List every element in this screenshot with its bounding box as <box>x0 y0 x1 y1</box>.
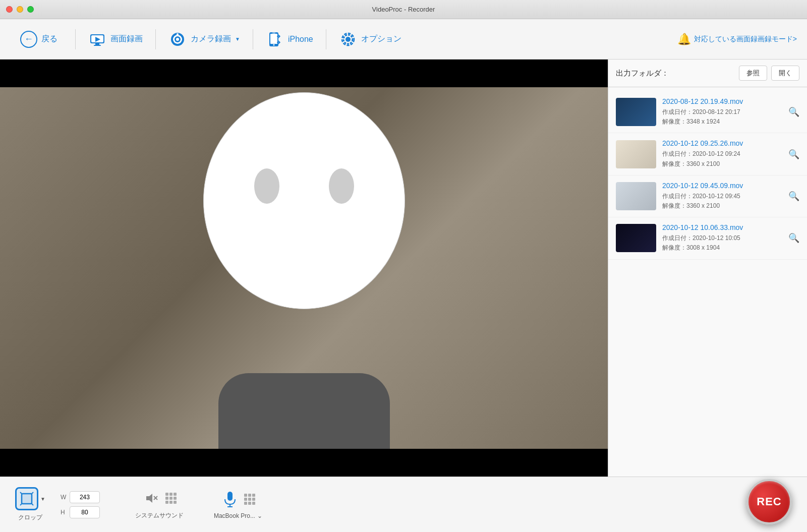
microphone-icon[interactable] <box>221 490 239 508</box>
crop-label: クロップ <box>18 513 42 522</box>
svg-point-14 <box>345 37 351 42</box>
back-circle-icon: ← <box>20 31 37 48</box>
camera-record-button[interactable]: カメラ録画 ▼ <box>158 25 250 53</box>
file-resolution-1: 解像度：3360 x 2100 <box>662 159 782 169</box>
file-list-item-1[interactable]: 2020-10-12 09.25.26.mov 作成日付：2020-10-12 … <box>608 133 807 175</box>
svg-point-12 <box>273 44 274 45</box>
iphone-icon <box>266 30 284 48</box>
height-label: H <box>61 509 67 516</box>
file-search-icon-2[interactable]: 🔍 <box>788 191 799 202</box>
system-sound-icons <box>142 489 177 507</box>
width-label: W <box>61 494 67 501</box>
camera-dropdown-icon[interactable]: ▼ <box>235 36 240 42</box>
file-search-icon-0[interactable]: 🔍 <box>788 106 799 117</box>
file-info-2: 2020-10-12 09.45.09.mov 作成日付：2020-10-12 … <box>662 182 782 211</box>
file-info-0: 2020-08-12 20.19.49.mov 作成日付：2020-08-12 … <box>662 97 782 127</box>
face-eye-left <box>254 168 279 204</box>
height-input[interactable] <box>70 506 100 518</box>
screen-record-icon <box>88 30 106 48</box>
file-name-3: 2020-10-12 10.06.33.mov <box>662 223 782 231</box>
microphone-device-label: MacBook Pro... <box>214 512 255 519</box>
sidebar: 出力フォルダ： 参照 開く 2020-08-12 20.19.49.mov 作成… <box>608 60 807 477</box>
file-search-icon-3[interactable]: 🔍 <box>788 232 799 244</box>
sidebar-header-buttons: 参照 開く <box>739 66 799 81</box>
record-button[interactable]: REC <box>746 479 792 524</box>
person-body <box>218 373 390 449</box>
microphone-icons <box>221 490 255 508</box>
file-date-1: 作成日付：2020-10-12 09:24 <box>662 149 782 159</box>
output-folder-label: 出力フォルダ： <box>616 69 669 78</box>
crop-dimensions: W H <box>61 491 100 518</box>
back-button[interactable]: ← 戻る <box>10 26 68 53</box>
options-label: オプション <box>361 34 401 44</box>
svg-rect-2 <box>95 43 99 45</box>
iphone-button[interactable]: iPhone <box>256 25 323 53</box>
svg-marker-22 <box>146 494 152 503</box>
mic-dropdown-icon[interactable]: ⌄ <box>257 512 262 519</box>
height-field-row: H <box>61 506 100 518</box>
camera-record-label: カメラ録画 <box>191 34 231 44</box>
svg-point-8 <box>176 38 179 41</box>
file-thumbnail-1 <box>616 140 656 168</box>
width-input[interactable] <box>70 491 100 503</box>
file-resolution-0: 解像度：3348 x 1924 <box>662 117 782 127</box>
file-info-3: 2020-10-12 10.06.33.mov 作成日付：2020-10-12 … <box>662 223 782 253</box>
open-button[interactable]: 開く <box>771 66 799 81</box>
crop-icon-wrapper: ▼ <box>15 487 45 510</box>
file-name-0: 2020-08-12 20.19.49.mov <box>662 97 782 105</box>
svg-line-18 <box>20 492 22 494</box>
svg-line-19 <box>32 492 33 494</box>
notification-area[interactable]: 🔔 対応している画面録画録モード> <box>677 33 797 46</box>
screen-record-label: 画面録画 <box>110 34 143 44</box>
crop-control[interactable]: ▼ クロップ <box>15 487 45 522</box>
system-sound-grid-icon[interactable] <box>165 493 177 504</box>
svg-line-20 <box>20 504 22 505</box>
file-search-icon-1[interactable]: 🔍 <box>788 149 799 160</box>
minimize-button[interactable] <box>17 6 23 13</box>
svg-rect-13 <box>272 33 275 33</box>
file-resolution-2: 解像度：3360 x 2100 <box>662 201 782 211</box>
file-list: 2020-08-12 20.19.49.mov 作成日付：2020-08-12 … <box>608 87 807 477</box>
sidebar-header: 出力フォルダ： 参照 開く <box>608 60 807 87</box>
mic-grid-icon[interactable] <box>244 494 255 505</box>
file-thumbnail-0 <box>616 98 656 126</box>
toolbar-separator-2 <box>155 29 156 49</box>
file-list-item-3[interactable]: 2020-10-12 10.06.33.mov 作成日付：2020-10-12 … <box>608 217 807 259</box>
notification-label: 対応している画面録画録モード> <box>694 35 797 44</box>
crop-dropdown-arrow[interactable]: ▼ <box>40 496 45 502</box>
options-gear-icon <box>339 30 357 48</box>
microphone-label-row: MacBook Pro... ⌄ <box>214 512 262 519</box>
file-date-2: 作成日付：2020-10-12 09:45 <box>662 192 782 201</box>
file-thumbnail-3 <box>616 224 656 252</box>
svg-rect-17 <box>22 494 32 504</box>
file-resolution-3: 解像度：3008 x 1904 <box>662 243 782 253</box>
svg-line-21 <box>32 504 33 505</box>
width-field-row: W <box>61 491 100 503</box>
bottom-bar: ▼ クロップ W H <box>0 477 807 532</box>
system-sound-section: システムサウンド <box>135 489 184 520</box>
preview-top-bar <box>0 60 608 87</box>
preview-area <box>0 60 608 477</box>
notification-bell-icon: 🔔 <box>677 33 691 46</box>
window-controls[interactable] <box>6 6 34 13</box>
file-list-item-0[interactable]: 2020-08-12 20.19.49.mov 作成日付：2020-08-12 … <box>608 91 807 133</box>
preview-content <box>0 87 608 449</box>
camera-record-icon <box>168 30 187 48</box>
microphone-section: MacBook Pro... ⌄ <box>214 490 262 519</box>
crop-icon[interactable] <box>15 487 38 510</box>
main-content: 出力フォルダ： 参照 開く 2020-08-12 20.19.49.mov 作成… <box>0 60 807 477</box>
file-date-3: 作成日付：2020-10-12 10:05 <box>662 233 782 243</box>
svg-point-9 <box>177 33 179 35</box>
face-eye-right <box>329 168 354 204</box>
browse-button[interactable]: 参照 <box>739 66 767 81</box>
titlebar: VideoProc - Recorder <box>0 0 807 19</box>
iphone-label: iPhone <box>288 35 313 44</box>
screen-record-button[interactable]: 画面録画 <box>78 25 153 53</box>
file-list-item-2[interactable]: 2020-10-12 09.45.09.mov 作成日付：2020-10-12 … <box>608 175 807 217</box>
close-button[interactable] <box>6 6 13 13</box>
file-thumbnail-2 <box>616 182 656 210</box>
speaker-muted-icon[interactable] <box>142 489 160 507</box>
maximize-button[interactable] <box>27 6 34 13</box>
options-button[interactable]: オプション <box>329 25 412 53</box>
face-privacy-oval <box>203 92 405 309</box>
